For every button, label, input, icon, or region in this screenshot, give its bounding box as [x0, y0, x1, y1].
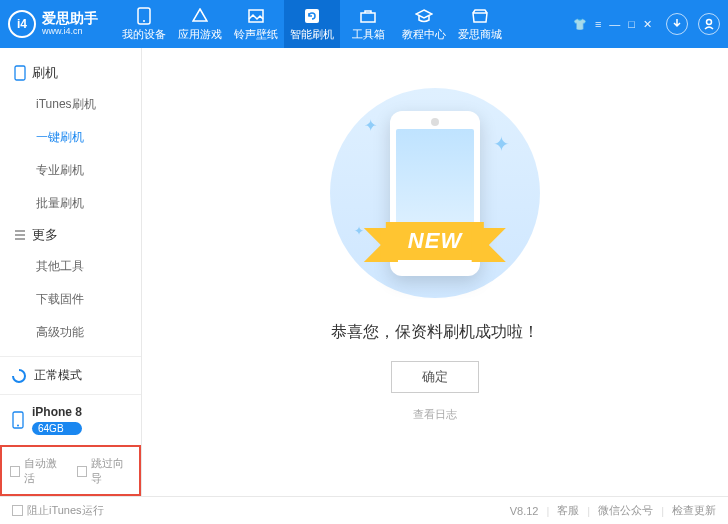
footer-link-wechat[interactable]: 微信公众号: [598, 503, 653, 518]
sidebar-section-more: 更多: [0, 220, 141, 250]
sidebar-item-pro-flash[interactable]: 专业刷机: [0, 154, 141, 187]
user-button[interactable]: [698, 13, 720, 35]
sidebar-item-oneclick-flash[interactable]: 一键刷机: [0, 121, 141, 154]
download-button[interactable]: [666, 13, 688, 35]
top-nav: 我的设备 应用游戏 铃声壁纸 智能刷机 工具箱 教程中心 爱思商城: [116, 0, 508, 48]
phone-icon: [135, 7, 153, 25]
nav-flash[interactable]: 智能刷机: [284, 0, 340, 48]
sidebar-item-download-fw[interactable]: 下载固件: [0, 283, 141, 316]
header-right: 👕 ≡ — □ ✕: [567, 13, 720, 35]
app-header: i4 爱思助手 www.i4.cn 我的设备 应用游戏 铃声壁纸 智能刷机 工具…: [0, 0, 728, 48]
flash-options: 自动激活 跳过向导: [0, 445, 141, 496]
device-info[interactable]: iPhone 8 64GB: [0, 394, 141, 445]
main-panel: ✦ ✦ ✦ NEW 恭喜您，保资料刷机成功啦！ 确定 查看日志: [142, 48, 728, 496]
svg-point-5: [707, 20, 712, 25]
sparkle-icon: ✦: [493, 132, 510, 156]
apps-icon: [191, 7, 209, 25]
block-itunes-checkbox[interactable]: 阻止iTunes运行: [12, 503, 104, 518]
toolbox-icon: [359, 7, 377, 25]
minimize-button[interactable]: —: [609, 18, 620, 31]
device-name: iPhone 8: [32, 405, 82, 419]
sparkle-icon: ✦: [354, 224, 364, 238]
brand-name: 爱思助手: [42, 11, 98, 26]
success-illustration: ✦ ✦ ✦ NEW: [330, 88, 540, 298]
image-icon: [247, 7, 265, 25]
sparkle-icon: ✦: [364, 116, 377, 135]
phone-device-icon: [12, 411, 24, 429]
phone-outline-icon: [14, 65, 26, 81]
shirt-icon[interactable]: 👕: [573, 18, 587, 31]
brand-url: www.i4.cn: [42, 27, 98, 37]
new-ribbon: NEW: [386, 222, 484, 260]
svg-point-1: [143, 20, 145, 22]
device-mode[interactable]: 正常模式: [0, 356, 141, 394]
success-message: 恭喜您，保资料刷机成功啦！: [331, 322, 539, 343]
nav-ringtones[interactable]: 铃声壁纸: [228, 0, 284, 48]
footer-link-update[interactable]: 检查更新: [672, 503, 716, 518]
menu-lines-icon: [14, 229, 26, 241]
menu-icon[interactable]: ≡: [595, 18, 601, 31]
nav-tutorials[interactable]: 教程中心: [396, 0, 452, 48]
sidebar-item-batch-flash[interactable]: 批量刷机: [0, 187, 141, 220]
footer-link-support[interactable]: 客服: [557, 503, 579, 518]
ok-button[interactable]: 确定: [391, 361, 479, 393]
svg-point-8: [17, 425, 19, 427]
skip-guide-checkbox[interactable]: 跳过向导: [77, 456, 132, 486]
sidebar-item-advanced[interactable]: 高级功能: [0, 316, 141, 349]
sidebar-section-flash: 刷机: [0, 58, 141, 88]
svg-rect-4: [361, 13, 375, 22]
brand-mark: i4: [8, 10, 36, 38]
maximize-button[interactable]: □: [628, 18, 635, 31]
nav-store[interactable]: 爱思商城: [452, 0, 508, 48]
auto-activate-checkbox[interactable]: 自动激活: [10, 456, 65, 486]
sidebar-item-itunes-flash[interactable]: iTunes刷机: [0, 88, 141, 121]
version-label: V8.12: [510, 505, 539, 517]
sidebar-item-other-tools[interactable]: 其他工具: [0, 250, 141, 283]
nav-my-device[interactable]: 我的设备: [116, 0, 172, 48]
refresh-icon: [303, 7, 321, 25]
nav-toolbox[interactable]: 工具箱: [340, 0, 396, 48]
store-icon: [471, 7, 489, 25]
close-button[interactable]: ✕: [643, 18, 652, 31]
storage-badge: 64GB: [32, 422, 82, 435]
nav-apps[interactable]: 应用游戏: [172, 0, 228, 48]
view-log-link[interactable]: 查看日志: [413, 407, 457, 422]
spinner-icon: [12, 369, 26, 383]
svg-rect-6: [15, 66, 25, 80]
graduation-icon: [415, 7, 433, 25]
brand-logo: i4 爱思助手 www.i4.cn: [8, 10, 98, 38]
status-bar: 阻止iTunes运行 V8.12 | 客服 | 微信公众号 | 检查更新: [0, 496, 728, 524]
sidebar: 刷机 iTunes刷机 一键刷机 专业刷机 批量刷机 更多 其他工具 下载固件 …: [0, 48, 142, 496]
